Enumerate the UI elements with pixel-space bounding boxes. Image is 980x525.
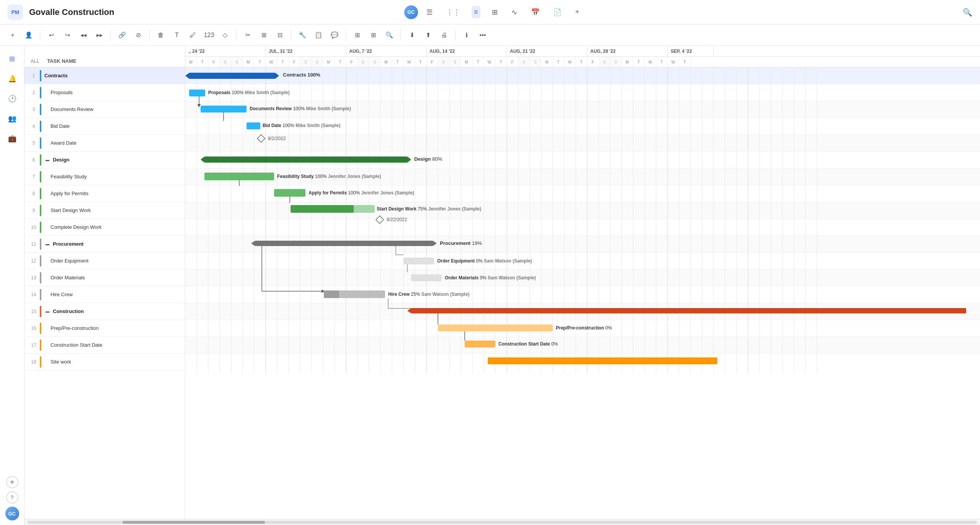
task-row-10[interactable]: 10 Complete Design Work xyxy=(24,219,185,236)
indent-button[interactable]: ▸▸ xyxy=(93,29,106,42)
gantt-view-icon[interactable]: ≡ xyxy=(472,6,480,18)
split-button[interactable]: ⊞ xyxy=(351,29,364,42)
task-row-18[interactable]: 18 Site work xyxy=(24,354,185,370)
task-row-9[interactable]: 9 Start Design Work xyxy=(24,202,185,219)
task-row-4[interactable]: 4 Bid Date xyxy=(24,118,185,135)
bar-documents[interactable] xyxy=(201,106,247,112)
bar-prep-construction[interactable] xyxy=(438,324,553,331)
shape-button[interactable]: ◇ xyxy=(219,29,232,42)
bar-hire-crew-fill[interactable] xyxy=(324,290,339,298)
link-button[interactable]: 🔗 xyxy=(116,29,129,42)
task-row-8[interactable]: 8 Apply for Permits xyxy=(24,185,185,202)
bar-procurement-group[interactable] xyxy=(255,241,433,246)
more-button[interactable]: ••• xyxy=(476,29,489,42)
undo-button[interactable]: ↩ xyxy=(45,29,58,42)
row-num-11: 11 xyxy=(28,241,40,247)
sidebar-item-portfolio[interactable]: 💼 xyxy=(4,130,21,147)
task-row-5[interactable]: 5 Award Date xyxy=(24,135,185,152)
sidebar-item-notifications[interactable]: 🔔 xyxy=(4,70,21,87)
task-row-1[interactable]: 1 Contracts xyxy=(24,67,185,84)
sidebar-item-team[interactable]: 👥 xyxy=(4,110,21,127)
unlink-button[interactable]: ⊘ xyxy=(132,29,145,42)
sidebar-item-recent[interactable]: 🕐 xyxy=(4,90,21,107)
task-row-17[interactable]: 17 Construction Start Date xyxy=(24,337,185,354)
task-row-3[interactable]: 3 Documents Review xyxy=(24,101,185,118)
export-button[interactable]: ⬇ xyxy=(405,29,418,42)
bottom-scrollbar[interactable] xyxy=(24,519,980,525)
calendar-view-icon[interactable]: 📅 xyxy=(529,6,542,19)
wrench-button[interactable]: 🔧 xyxy=(296,29,309,42)
day-S3: S xyxy=(300,57,312,67)
row-num-15: 15 xyxy=(28,309,40,314)
color-button[interactable]: 🖊 xyxy=(186,29,199,42)
horizontal-scrollbar-thumb[interactable] xyxy=(122,521,265,524)
table-button[interactable]: ⊞ xyxy=(367,29,380,42)
row-num-9: 9 xyxy=(28,208,40,213)
search-icon[interactable]: 🔍 xyxy=(963,8,972,17)
bar-feasibility-fill xyxy=(204,173,274,180)
bar-order-equipment[interactable] xyxy=(403,258,434,264)
sidebar-item-add[interactable]: + xyxy=(6,476,18,488)
task-label-18: Site work xyxy=(51,359,71,365)
print-button[interactable]: 🖨 xyxy=(438,29,451,42)
paste-button[interactable]: ⊟ xyxy=(273,29,286,42)
outdent-button[interactable]: ◂◂ xyxy=(77,29,90,42)
delete-button[interactable]: 🗑 xyxy=(154,29,167,42)
sidebar-item-help[interactable]: ? xyxy=(6,491,18,504)
gantt-body: 1 Contracts 2 Proposals 3 xyxy=(24,67,980,519)
bar-design-group[interactable] xyxy=(204,157,407,163)
bar-contracts-group[interactable] xyxy=(189,73,275,79)
day-W5: W xyxy=(564,57,576,67)
info-button[interactable]: ℹ xyxy=(460,29,473,42)
import-button[interactable]: ⬆ xyxy=(421,29,434,42)
task-row-6[interactable]: 6 ▬ Design xyxy=(24,152,185,168)
bar-bid-date[interactable] xyxy=(247,122,260,129)
add-view-icon[interactable]: + xyxy=(573,6,582,18)
bar-construction-start[interactable] xyxy=(465,341,495,347)
task-row-7[interactable]: 7 Feasibility Study xyxy=(24,168,185,185)
row-num-2: 2 xyxy=(28,90,40,95)
task-row-15[interactable]: 15 ▬ Construction xyxy=(24,303,185,320)
sidebar-item-home[interactable]: ⊞ xyxy=(4,51,21,67)
main-layout: ⊞ 🔔 🕐 👥 💼 + ? GC ALL TASK NAME ., 24 '22… xyxy=(0,46,980,525)
task-row-11[interactable]: 11 ▬ Procurement xyxy=(24,236,185,253)
column-view-icon[interactable]: ⋮⋮ xyxy=(444,6,462,19)
text-format-button[interactable]: T xyxy=(170,29,183,42)
group-collapse-6[interactable]: ▬ xyxy=(44,157,51,163)
bar-label-proposals: Proposals 100% Mike Smith (Sample) xyxy=(208,90,290,95)
user-avatar[interactable]: GC xyxy=(404,5,418,19)
task-row-16[interactable]: 16 Prep/Pre-construction xyxy=(24,320,185,337)
add-task-button[interactable]: + xyxy=(6,29,19,42)
day-W6: W xyxy=(645,57,656,67)
bar-order-materials[interactable] xyxy=(411,274,442,281)
bar-permits[interactable] xyxy=(274,189,305,197)
redo-button[interactable]: ↪ xyxy=(61,29,74,42)
copy-button[interactable]: ⊞ xyxy=(257,29,270,42)
bar-proposals[interactable] xyxy=(189,90,205,96)
task-row-14[interactable]: 14 Hire Crew xyxy=(24,286,185,303)
grid-view-icon[interactable]: ⊞ xyxy=(490,6,500,19)
row-bg-10 xyxy=(185,219,980,236)
comment-button[interactable]: 💬 xyxy=(328,29,341,42)
cut-button[interactable]: ✂ xyxy=(241,29,254,42)
zoom-button[interactable]: 🔍 xyxy=(383,29,396,42)
list-view-icon[interactable]: ☰ xyxy=(424,6,435,19)
add-user-button[interactable]: 👤 xyxy=(22,29,35,42)
sidebar-user-avatar[interactable]: GC xyxy=(5,507,19,520)
group-collapse-15[interactable]: ▬ xyxy=(44,308,51,315)
task-row-13[interactable]: 13 Order Materials xyxy=(24,269,185,286)
template-button[interactable]: 📋 xyxy=(312,29,325,42)
toolbar-separator-6 xyxy=(346,30,346,41)
bar-site-work[interactable] xyxy=(488,357,717,364)
doc-view-icon[interactable]: 📄 xyxy=(551,6,564,19)
chart-view-icon[interactable]: ∿ xyxy=(509,6,519,19)
bar-construction-group[interactable] xyxy=(411,308,966,313)
task-row-2[interactable]: 2 Proposals xyxy=(24,84,185,101)
horizontal-scrollbar-track[interactable] xyxy=(28,521,977,524)
group-collapse-11[interactable]: ▬ xyxy=(44,241,51,247)
task-label-9: Start Design Work xyxy=(51,207,91,213)
number-button[interactable]: 123 xyxy=(203,29,216,42)
bar-start-design-fill[interactable] xyxy=(291,205,354,213)
all-label[interactable]: ALL xyxy=(31,58,39,64)
task-row-12[interactable]: 12 Order Equipment xyxy=(24,253,185,269)
